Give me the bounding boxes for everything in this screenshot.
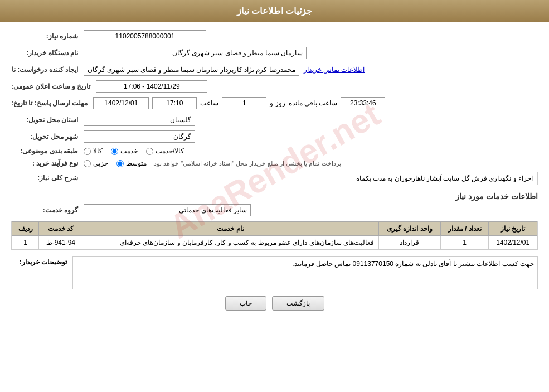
radio-kala-khadamat-label: کالا/خدمت bbox=[156, 147, 184, 155]
roz-value: 1 bbox=[222, 97, 266, 109]
gorohe-khadamat-value: سایر فعالیت‌های خدماتی bbox=[84, 204, 251, 216]
table-row: 1402/12/011قراردادفعالیت‌های سازمان‌های … bbox=[12, 236, 537, 250]
sharh-row: اجراء و نگهداری فرش گل سایت آبشار ناهارخ… bbox=[11, 172, 538, 185]
radio-mottavaset[interactable]: متوسط bbox=[116, 159, 147, 167]
baqi-label: ساعت باقی مانده bbox=[289, 99, 338, 107]
name-dastgah-row: سازمان سیما منظر و فضای سبز شهری گرگان ن… bbox=[11, 47, 538, 59]
shahr-row: گرگان شهر محل تحویل: bbox=[11, 130, 538, 143]
buttons-row: بازگشت چاپ bbox=[11, 296, 538, 311]
sharh-label: شرح کلی نیاز: bbox=[11, 172, 78, 182]
radio-joozi-label: جزیی bbox=[93, 159, 108, 167]
radio-kala-input[interactable] bbox=[84, 148, 91, 155]
shomare-niaz-value: 1102005788000001 bbox=[84, 30, 206, 42]
baqi-value: 23:33:46 bbox=[341, 97, 385, 109]
table-cell-3: فعالیت‌های سازمان‌های دارای عضو مربوط به… bbox=[82, 236, 379, 250]
col-kod: کد خدمت bbox=[39, 222, 82, 236]
tarikh-row: 1402/11/29 - 17:06 تاریخ و ساعت اعلان عم… bbox=[11, 80, 538, 93]
ijad-konande-row: اطلاعات تماس خریدار محمدرضا کرم نژاد کار… bbox=[11, 64, 538, 76]
radio-joozi-input[interactable] bbox=[84, 160, 91, 167]
page-wrapper: جزئیات اطلاعات نیاز AnaRender.net 110200… bbox=[0, 0, 549, 392]
col-radif: ردیف bbox=[12, 222, 39, 236]
tosihaat-label: توضیحات خریدار: bbox=[11, 256, 67, 266]
radio-kala-khadamat-input[interactable] bbox=[146, 148, 153, 155]
radio-joozi[interactable]: جزیی bbox=[84, 159, 108, 167]
table-cell-2: قرارداد bbox=[378, 236, 440, 250]
table-cell-0: 1402/12/01 bbox=[489, 236, 537, 250]
col-vahad: واحد اندازه گیری bbox=[378, 222, 440, 236]
sharh-value: اجراء و نگهداری فرش گل سایت آبشار ناهارخ… bbox=[84, 172, 538, 185]
services-table-wrapper: تاریخ نیاز تعداد / مقدار واحد اندازه گیر… bbox=[11, 221, 538, 250]
main-content: AnaRender.net 1102005788000001 شماره نیا… bbox=[0, 22, 549, 319]
tarikh-label: تاریخ و ساعت اعلان عمومی: bbox=[11, 83, 90, 90]
tabaqe-options: کالا/خدمت خدمت کالا bbox=[84, 147, 184, 155]
ostan-value: گلستان bbox=[84, 114, 195, 126]
nofarayand-label: نوع فرآیند خرید : bbox=[11, 159, 78, 167]
radio-mottavaset-label: متوسط bbox=[126, 159, 147, 167]
shahr-label: شهر محل تحویل: bbox=[11, 133, 78, 141]
col-name: نام خدمت bbox=[82, 222, 379, 236]
tabaqe-row: کالا/خدمت خدمت کالا طبقه بندی موضوعی: bbox=[11, 147, 538, 155]
saat-label: ساعت bbox=[200, 99, 218, 107]
ostan-row: گلستان استان محل تحویل: bbox=[11, 114, 538, 126]
saat-value: 17:10 bbox=[152, 97, 197, 109]
tosihaat-row: جهت کسب اطلاعات بیشتر با آقای بادلی به ش… bbox=[11, 256, 538, 289]
radio-kala-label: کالا bbox=[93, 147, 103, 155]
shomare-niaz-label: شماره نیاز: bbox=[11, 32, 78, 40]
table-cell-4: 941-94-ط bbox=[39, 236, 82, 250]
khadamat-title: اطلاعات خدمات مورد نیاز bbox=[11, 192, 538, 201]
nofarayand-options: متوسط جزیی bbox=[84, 159, 147, 167]
table-cell-5: 1 bbox=[12, 236, 39, 250]
mohlat-label: مهلت ارسال پاسخ: تا تاریخ: bbox=[11, 99, 88, 107]
col-tarikh: تاریخ نیاز bbox=[489, 222, 537, 236]
bazgasht-button[interactable]: بازگشت bbox=[272, 296, 324, 311]
radio-kala-khadamat[interactable]: کالا/خدمت bbox=[146, 147, 184, 155]
nofarayand-desc: پرداخت تمام یا بخشی از مبلغ خریداز محل "… bbox=[152, 160, 341, 167]
tosihaat-value: جهت کسب اطلاعات بیشتر با آقای بادلی به ش… bbox=[72, 256, 538, 289]
mohlat-date: 1402/12/01 bbox=[93, 97, 149, 109]
radio-khadamat-label: خدمت bbox=[120, 147, 138, 155]
tabaqe-label: طبقه بندی موضوعی: bbox=[11, 147, 78, 155]
chap-button[interactable]: چاپ bbox=[225, 296, 266, 311]
col-tedad: تعداد / مقدار bbox=[440, 222, 489, 236]
ijad-konande-label: ایجاد کننده درخواست: تا bbox=[11, 66, 78, 74]
shahr-value: گرگان bbox=[84, 130, 195, 143]
page-title: جزئیات اطلاعات نیاز bbox=[237, 6, 313, 16]
name-dastgah-label: نام دستگاه خریدار: bbox=[11, 49, 78, 57]
nofarayand-row: پرداخت تمام یا بخشی از مبلغ خریداز محل "… bbox=[11, 159, 538, 167]
radio-mottavaset-input[interactable] bbox=[116, 160, 124, 167]
ostan-label: استان محل تحویل: bbox=[11, 116, 78, 124]
radio-khadamat-input[interactable] bbox=[111, 148, 118, 155]
radio-kala[interactable]: کالا bbox=[84, 147, 103, 155]
table-cell-1: 1 bbox=[440, 236, 489, 250]
gorohe-khadamat-label: گروه خدمت: bbox=[11, 206, 78, 214]
services-table: تاریخ نیاز تعداد / مقدار واحد اندازه گیر… bbox=[12, 221, 537, 250]
roz-label: روز و bbox=[270, 99, 285, 107]
page-header: جزئیات اطلاعات نیاز bbox=[0, 0, 549, 22]
radio-khadamat[interactable]: خدمت bbox=[111, 147, 138, 155]
name-dastgah-value: سازمان سیما منظر و فضای سبز شهری گرگان bbox=[84, 47, 307, 59]
tarikh-value: 1402/11/29 - 17:06 bbox=[96, 80, 207, 93]
gorohe-khadamat-row: سایر فعالیت‌های خدماتی گروه خدمت: bbox=[11, 204, 538, 216]
shomare-niaz-row: 1102005788000001 شماره نیاز: bbox=[11, 30, 538, 42]
mohlat-row: 23:33:46 ساعت باقی مانده روز و 1 ساعت 17… bbox=[11, 97, 538, 109]
ijtamas-link[interactable]: اطلاعات تماس خریدار bbox=[304, 66, 365, 74]
ijad-konande-value: محمدرضا کرم نژاد کاربرداز سازمان سیما من… bbox=[84, 64, 299, 76]
